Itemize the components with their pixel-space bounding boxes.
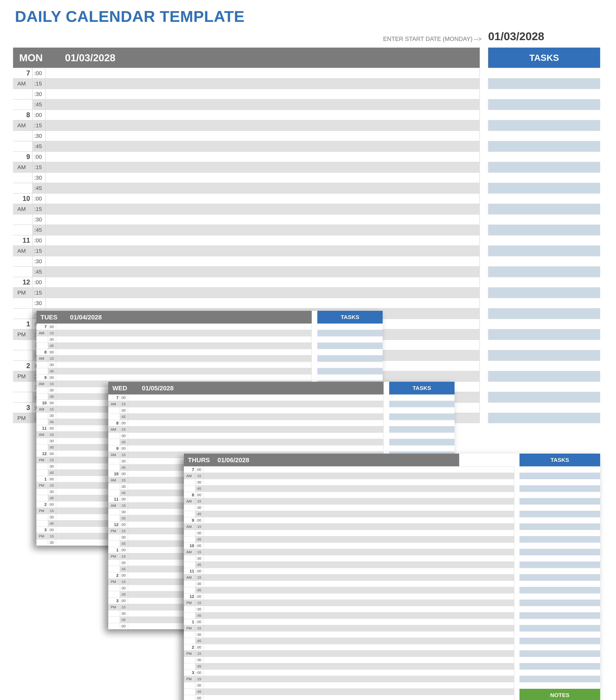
event-cell[interactable]	[128, 414, 384, 420]
time-row[interactable]: 8:00	[108, 420, 384, 426]
time-row[interactable]: :45	[184, 485, 514, 492]
time-row[interactable]: :30	[13, 298, 480, 308]
event-cell[interactable]	[128, 420, 384, 426]
event-cell[interactable]	[46, 246, 480, 256]
event-cell[interactable]	[204, 568, 514, 574]
time-row[interactable]: :45	[13, 183, 480, 193]
time-row[interactable]: 8:00	[184, 492, 514, 498]
event-cell[interactable]	[204, 498, 514, 504]
task-row[interactable]	[519, 530, 600, 536]
task-row[interactable]	[488, 308, 600, 318]
event-cell[interactable]	[46, 298, 480, 308]
event-cell[interactable]	[204, 479, 514, 485]
time-row[interactable]: :30	[184, 606, 514, 612]
schedule-grid-thu[interactable]: 7:00AM:15:30:458:00AM:15:30:459:00AM:15:…	[184, 466, 514, 700]
event-cell[interactable]	[204, 689, 514, 695]
start-date-input[interactable]: 01/03/2028	[488, 30, 600, 43]
task-row[interactable]	[519, 574, 600, 580]
time-row[interactable]: :45	[13, 225, 480, 235]
event-cell[interactable]	[46, 267, 480, 277]
time-row[interactable]: PM:15	[184, 650, 514, 657]
task-row[interactable]	[389, 433, 454, 439]
event-cell[interactable]	[204, 682, 514, 688]
task-row[interactable]	[488, 110, 600, 120]
task-row[interactable]	[488, 120, 600, 130]
event-cell[interactable]	[204, 504, 514, 511]
time-row[interactable]: :45	[13, 266, 480, 277]
time-row[interactable]: :30	[108, 407, 384, 413]
time-row[interactable]: :45	[184, 688, 514, 695]
event-cell[interactable]	[204, 473, 514, 479]
time-row[interactable]: :45	[36, 342, 312, 349]
time-row[interactable]: 7:00	[13, 68, 480, 78]
time-row[interactable]: AM:15	[184, 574, 514, 580]
task-row[interactable]	[488, 402, 600, 413]
time-row[interactable]: :30	[108, 433, 384, 439]
task-row[interactable]	[488, 151, 600, 162]
time-row[interactable]: PM:15	[184, 600, 514, 606]
task-row[interactable]	[317, 349, 383, 355]
event-cell[interactable]	[204, 587, 514, 593]
event-cell[interactable]	[204, 695, 514, 700]
time-row[interactable]: AM:15	[13, 78, 480, 89]
time-row[interactable]: PM:15	[184, 625, 514, 631]
event-cell[interactable]	[46, 100, 480, 110]
task-row[interactable]	[519, 631, 600, 638]
time-row[interactable]: :45	[184, 511, 514, 517]
task-row[interactable]	[519, 555, 600, 562]
task-row[interactable]	[488, 413, 600, 423]
time-row[interactable]: :45	[184, 638, 514, 644]
time-row[interactable]: 9:00	[184, 517, 514, 523]
task-row[interactable]	[488, 193, 600, 204]
event-cell[interactable]	[204, 625, 514, 631]
task-row[interactable]	[488, 287, 600, 298]
task-row[interactable]	[519, 670, 600, 676]
task-row[interactable]	[488, 371, 600, 382]
time-row[interactable]: 2:00	[184, 644, 514, 650]
event-cell[interactable]	[56, 362, 312, 368]
event-cell[interactable]	[204, 492, 514, 498]
task-row[interactable]	[317, 330, 383, 336]
task-row[interactable]	[389, 426, 454, 433]
event-cell[interactable]	[46, 141, 480, 151]
time-row[interactable]: :30	[36, 336, 312, 342]
event-cell[interactable]	[46, 152, 480, 162]
task-row[interactable]	[488, 266, 600, 277]
time-row[interactable]: :00	[184, 695, 514, 700]
task-row[interactable]	[488, 382, 600, 392]
event-cell[interactable]	[128, 446, 384, 452]
event-cell[interactable]	[204, 644, 514, 650]
event-cell[interactable]	[56, 368, 312, 374]
event-cell[interactable]	[204, 530, 514, 536]
time-row[interactable]: :45	[184, 612, 514, 618]
task-row[interactable]	[519, 587, 600, 593]
event-cell[interactable]	[204, 600, 514, 606]
time-row[interactable]: :30	[13, 130, 480, 141]
time-row[interactable]: PM:15	[13, 287, 480, 298]
time-row[interactable]: AM:15	[108, 401, 384, 407]
event-cell[interactable]	[204, 466, 514, 473]
event-cell[interactable]	[56, 330, 312, 336]
task-row[interactable]	[389, 439, 454, 445]
time-row[interactable]: :30	[13, 89, 480, 99]
task-row[interactable]	[519, 600, 600, 606]
task-row[interactable]	[317, 368, 383, 374]
time-row[interactable]: 1:00	[184, 618, 514, 625]
task-row[interactable]	[488, 225, 600, 235]
event-cell[interactable]	[46, 68, 480, 78]
time-row[interactable]: 10:00	[13, 193, 480, 204]
event-cell[interactable]	[46, 214, 480, 225]
event-cell[interactable]	[46, 204, 480, 214]
time-row[interactable]: :45	[36, 368, 312, 374]
time-row[interactable]: AM:15	[13, 246, 480, 256]
event-cell[interactable]	[46, 173, 480, 183]
task-row[interactable]	[519, 542, 600, 549]
event-cell[interactable]	[56, 355, 312, 362]
event-cell[interactable]	[128, 395, 384, 401]
task-row[interactable]	[488, 246, 600, 256]
task-row[interactable]	[488, 183, 600, 193]
time-row[interactable]: AM:15	[36, 330, 312, 336]
time-row[interactable]: :30	[184, 580, 514, 587]
time-row[interactable]: 12:00	[184, 593, 514, 600]
time-row[interactable]: 12:00	[13, 277, 480, 287]
